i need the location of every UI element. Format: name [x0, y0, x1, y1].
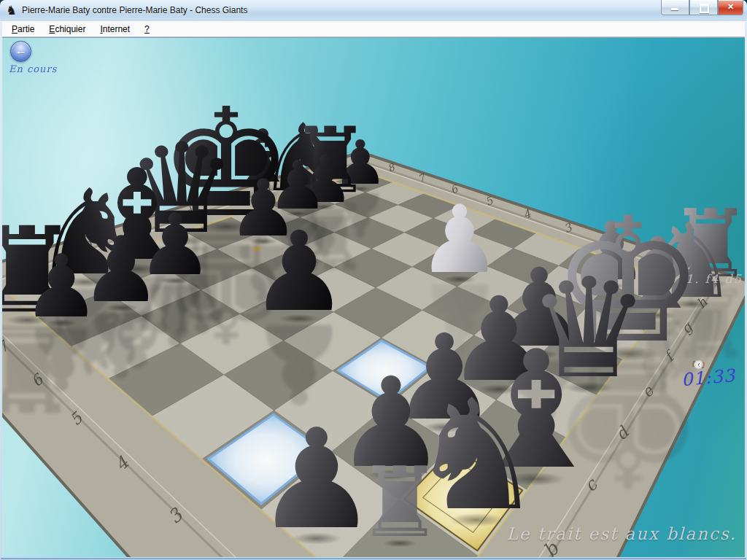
game-state-label[interactable]: En cours	[9, 63, 57, 74]
menu-item-partie[interactable]: Partie	[7, 23, 39, 36]
minimize-button[interactable]	[661, 0, 689, 15]
window-border-left	[0, 21, 2, 560]
window-title: Pierre-Marie Baty contre Pierre-Marie Ba…	[22, 5, 247, 15]
piece-white-rook-ghost[interactable]: ♜	[352, 454, 448, 551]
maximize-button[interactable]	[689, 0, 718, 15]
scene-3d: aabbccddeeffgghh1122334455667788 ♝♝♟♟♞♞♜…	[2, 37, 745, 558]
piece-black-pawn[interactable]: ♟	[244, 217, 354, 327]
app-window: ♞ Pierre-Marie Baty contre Pierre-Marie …	[0, 0, 747, 560]
piece-black-pawn[interactable]: ♟	[18, 244, 105, 330]
back-button[interactable]	[10, 41, 31, 62]
app-icon: ♞	[6, 4, 19, 17]
game-viewport: aabbccddeeffgghh1122334455667788 ♝♝♟♟♞♞♜…	[2, 37, 745, 558]
window-border-bottom[interactable]	[0, 557, 747, 560]
menu-item-aide[interactable]: ?	[139, 23, 155, 36]
menu-bar: PartieEchiquierInternet?	[2, 21, 745, 37]
title-bar[interactable]: ♞ Pierre-Marie Baty contre Pierre-Marie …	[0, 0, 747, 21]
turn-message: Le trait est aux blancs.	[507, 524, 737, 543]
caption-buttons	[661, 0, 743, 15]
menu-item-internet[interactable]: Internet	[95, 23, 135, 36]
close-button[interactable]	[718, 0, 743, 15]
menu-item-echiquier[interactable]: Echiquier	[44, 23, 90, 36]
move-list: 1. f4 d5	[686, 272, 743, 286]
